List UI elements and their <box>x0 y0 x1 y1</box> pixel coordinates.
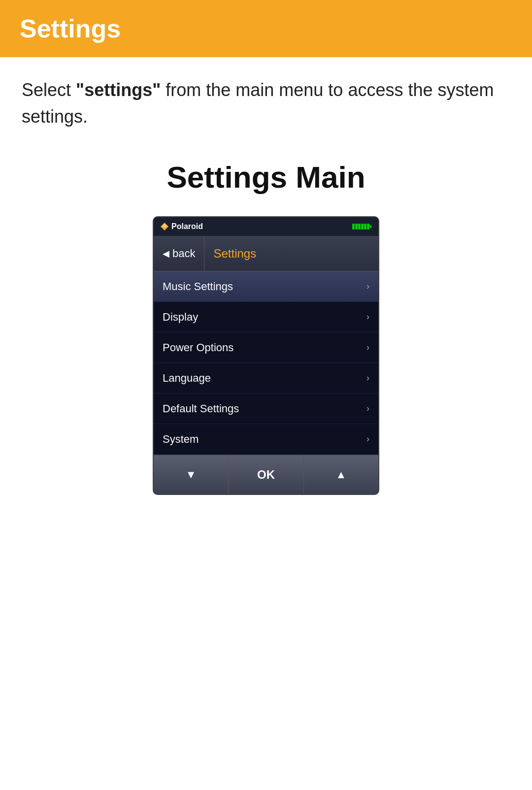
nav-title: Settings <box>204 247 256 261</box>
description-before: Select <box>22 80 76 100</box>
menu-item-label: Power Options <box>163 341 233 354</box>
back-button[interactable]: ◀ back <box>154 236 204 271</box>
menu-item-music-settings[interactable]: Music Settings › <box>154 271 378 302</box>
up-button[interactable]: ▲ <box>304 455 378 494</box>
menu-item-default-settings[interactable]: Default Settings › <box>154 394 378 424</box>
ok-button[interactable]: OK <box>229 455 303 494</box>
menu-item-display[interactable]: Display › <box>154 302 378 332</box>
up-arrow-icon: ▲ <box>335 468 346 481</box>
bottom-controls: ▼ OK ▲ <box>154 455 378 494</box>
ok-label: OK <box>257 468 275 482</box>
diamond-icon <box>161 223 168 230</box>
nav-bar: ◀ back Settings <box>154 236 378 271</box>
menu-list: Music Settings › Display › Power Options… <box>154 271 378 455</box>
down-button[interactable]: ▼ <box>154 455 229 494</box>
battery-icon <box>352 224 371 230</box>
device-mockup: Polaroid ◀ back Settings <box>153 216 379 495</box>
down-arrow-icon: ▼ <box>186 468 197 481</box>
chevron-icon: › <box>366 373 369 383</box>
polaroid-logo: Polaroid <box>161 222 203 231</box>
page-title: Settings <box>20 14 512 43</box>
status-bar: Polaroid <box>154 217 378 236</box>
page-header: Settings <box>0 0 532 57</box>
back-arrow-icon: ◀ <box>163 248 169 259</box>
menu-item-system[interactable]: System › <box>154 424 378 455</box>
description-bold: "settings" <box>76 80 161 100</box>
menu-item-language[interactable]: Language › <box>154 363 378 394</box>
menu-item-power-options[interactable]: Power Options › <box>154 332 378 363</box>
chevron-icon: › <box>366 312 369 322</box>
back-label: back <box>172 247 195 260</box>
description-text: Select "settings" from the main menu to … <box>22 77 510 130</box>
menu-item-label: System <box>163 433 199 446</box>
section-title: Settings Main <box>22 160 510 195</box>
device-wrapper: Polaroid ◀ back Settings <box>22 216 510 495</box>
brand-name: Polaroid <box>171 222 203 231</box>
page-content: Select "settings" from the main menu to … <box>0 57 532 495</box>
chevron-icon: › <box>366 342 369 353</box>
menu-item-label: Language <box>163 372 211 385</box>
menu-item-label: Music Settings <box>163 280 233 293</box>
chevron-icon: › <box>366 281 369 292</box>
chevron-icon: › <box>366 434 369 444</box>
menu-item-label: Display <box>163 311 198 324</box>
chevron-icon: › <box>366 403 369 414</box>
menu-item-label: Default Settings <box>163 402 239 415</box>
